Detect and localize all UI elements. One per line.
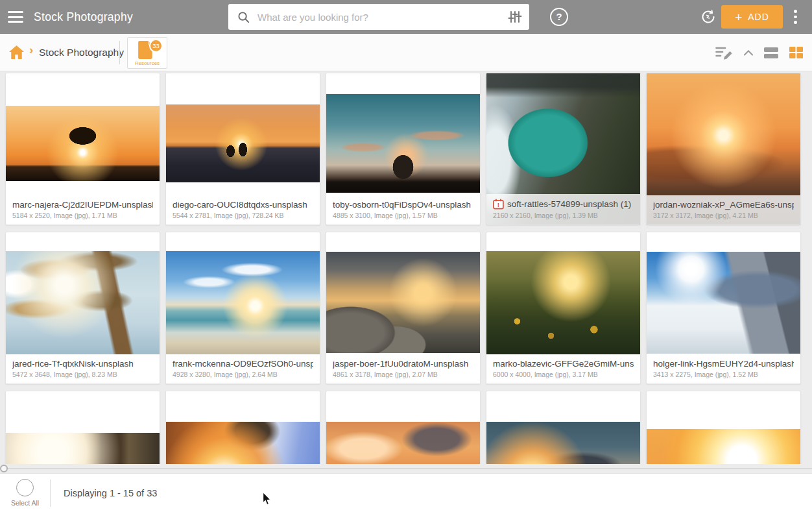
asset-thumbnail-zone	[326, 73, 480, 195]
asset-thumbnail	[326, 422, 480, 464]
asset-thumbnail-zone	[166, 232, 320, 354]
asset-name: soft-rattles-574899-unsplash (1) V2	[507, 199, 634, 209]
asset-name: jordan-wozniak-xP_AGmeEa6s-unspl...	[653, 200, 794, 210]
asset-thumbnail	[326, 94, 480, 193]
asset-name: holger-link-HgsmEUHY2d4-unsplash	[653, 359, 794, 369]
asset-card[interactable]	[326, 391, 481, 464]
search-input[interactable]	[256, 11, 507, 23]
list-view-icon[interactable]	[764, 46, 778, 59]
asset-card-footer: marko-blazevic-GFFGe2eGmiM-unspl... 6000…	[486, 354, 640, 378]
asset-card[interactable]: jordan-wozniak-xP_AGmeEa6s-unspl... 3172…	[646, 73, 801, 225]
asset-thumbnail	[166, 104, 320, 182]
asset-card-footer: marc-najera-Cj2d2IUEPDM-unsplash 5184 x …	[6, 195, 160, 219]
add-button-label: ADD	[748, 12, 769, 22]
asset-card[interactable]: jared-rice-Tf-qtxkNisk-unsplash 5472 x 3…	[5, 232, 160, 384]
zoom-slider-handle[interactable]	[0, 465, 8, 472]
asset-card[interactable]: marko-blazevic-GFFGe2eGmiM-unspl... 6000…	[486, 232, 641, 384]
asset-thumbnail	[326, 252, 480, 353]
select-all-checkbox[interactable]	[16, 479, 34, 496]
edit-list-icon[interactable]	[715, 45, 733, 60]
asset-card[interactable]: holger-link-HgsmEUHY2d4-unsplash 3413 x …	[646, 232, 801, 384]
asset-thumbnail	[647, 252, 800, 354]
select-all-button[interactable]: Select All	[0, 479, 50, 507]
asset-thumbnail	[166, 251, 320, 354]
resources-count-badge: 33	[149, 39, 163, 53]
resources-tab-label: Resources	[128, 60, 167, 66]
asset-name: diego-caro-OUCI8dtqdxs-unsplash	[173, 200, 307, 210]
asset-name: marko-blazevic-GFFGe2eGmiM-unspl...	[493, 359, 634, 369]
asset-card[interactable]: ! soft-rattles-574899-unsplash (1) V2 21…	[486, 73, 641, 225]
asset-thumbnail	[486, 422, 640, 464]
asset-thumbnail	[6, 433, 160, 464]
asset-thumbnail-zone	[166, 73, 320, 195]
asset-name: jasper-boer-1fUu0dratoM-unsplash	[333, 359, 468, 369]
displaying-count: Displaying 1 - 15 of 33	[64, 488, 157, 498]
asset-name: jared-rice-Tf-qtxkNisk-unsplash	[12, 359, 134, 369]
asset-card[interactable]: marc-najera-Cj2d2IUEPDM-unsplash 5184 x …	[5, 73, 160, 225]
asset-thumbnail	[166, 422, 320, 464]
asset-thumbnail-zone	[486, 232, 640, 354]
breadcrumb-bar: › Stock Photography 33 Resources	[0, 34, 812, 71]
content-area: marc-najera-Cj2d2IUEPDM-unsplash 5184 x …	[0, 71, 812, 464]
sync-icon[interactable]	[700, 9, 716, 25]
asset-card[interactable]	[486, 391, 641, 464]
asset-card-footer: ! soft-rattles-574899-unsplash (1) V2 21…	[486, 194, 640, 225]
asset-card-footer: toby-osborn-t0qFiDspOv4-unsplash 4885 x …	[326, 195, 480, 219]
asset-card[interactable]	[165, 391, 320, 464]
asset-thumbnail	[6, 251, 160, 354]
asset-card[interactable]	[5, 391, 160, 464]
asset-meta: 3172 x 3172, Image (jpg), 4.21 MB	[653, 212, 794, 219]
zoom-slider-track[interactable]	[6, 469, 812, 469]
home-icon[interactable]	[9, 45, 24, 62]
asset-thumbnail-zone	[6, 232, 160, 354]
breadcrumb-current[interactable]: Stock Photography	[39, 34, 124, 71]
asset-card-footer: diego-caro-OUCI8dtqdxs-unsplash 5544 x 2…	[166, 195, 320, 219]
asset-thumbnail	[486, 251, 640, 354]
advanced-filter-icon[interactable]	[507, 9, 523, 25]
svg-text:!: !	[497, 201, 499, 208]
add-button[interactable]: + ADD	[721, 5, 783, 29]
asset-meta: 4928 x 3280, Image (jpg), 2.64 MB	[173, 371, 313, 378]
search-bar[interactable]	[228, 4, 529, 30]
asset-thumbnail-zone	[326, 391, 480, 464]
top-bar: Stock Photography ? + ADD	[0, 0, 812, 34]
hamburger-menu-icon[interactable]	[8, 11, 23, 23]
select-all-label: Select All	[0, 499, 50, 507]
asset-meta: 6000 x 4000, Image (jpg), 3.17 MB	[493, 371, 634, 378]
asset-grid: marc-najera-Cj2d2IUEPDM-unsplash 5184 x …	[0, 71, 812, 464]
divider	[50, 480, 51, 507]
asset-name: frank-mckenna-OD9EOzfSOh0-unspl...	[173, 359, 313, 369]
asset-card-footer: jared-rice-Tf-qtxkNisk-unsplash 5472 x 3…	[6, 354, 160, 378]
breadcrumb-chevron-icon: ›	[29, 43, 33, 57]
asset-card[interactable]: toby-osborn-t0qFiDspOv4-unsplash 4885 x …	[326, 73, 481, 225]
asset-name: toby-osborn-t0qFiDspOv4-unsplash	[333, 200, 471, 210]
asset-card-footer: frank-mckenna-OD9EOzfSOh0-unspl... 4928 …	[166, 354, 320, 378]
kebab-menu-icon[interactable]	[794, 10, 798, 27]
asset-thumbnail-zone	[6, 391, 160, 464]
asset-thumbnail-zone	[6, 73, 160, 195]
asset-meta: 3413 x 2275, Image (jpg), 1.52 MB	[653, 371, 794, 378]
asset-meta: 4885 x 3100, Image (jpg), 1.57 MB	[333, 212, 473, 219]
asset-card[interactable]: diego-caro-OUCI8dtqdxs-unsplash 5544 x 2…	[165, 73, 320, 225]
grid-view-icon[interactable]	[789, 46, 803, 59]
asset-meta: 5472 x 3648, Image (jpg), 8.23 MB	[12, 371, 153, 378]
asset-card[interactable]: frank-mckenna-OD9EOzfSOh0-unspl... 4928 …	[165, 232, 320, 384]
app-title: Stock Photography	[34, 0, 133, 34]
asset-meta: 2160 x 2160, Image (jpg), 1.39 MB	[493, 212, 634, 219]
asset-thumbnail-zone	[647, 232, 800, 354]
view-toolbar	[715, 34, 803, 71]
search-icon	[237, 11, 250, 23]
chevron-up-icon[interactable]	[744, 50, 753, 56]
asset-thumbnail-zone	[647, 391, 800, 464]
asset-card[interactable]	[646, 391, 801, 464]
asset-thumbnail-zone	[486, 391, 640, 464]
resources-tab[interactable]: 33 Resources	[127, 37, 167, 69]
asset-thumbnail	[647, 429, 800, 464]
asset-thumbnail-zone	[326, 232, 480, 354]
asset-card-footer: holger-link-HgsmEUHY2d4-unsplash 3413 x …	[647, 354, 800, 378]
expiry-alert-icon: !	[493, 199, 504, 210]
plus-icon: +	[735, 11, 743, 23]
help-icon[interactable]: ?	[550, 8, 568, 26]
asset-name: marc-najera-Cj2d2IUEPDM-unsplash	[12, 200, 153, 210]
asset-card[interactable]: jasper-boer-1fUu0dratoM-unsplash 4861 x …	[326, 232, 481, 384]
